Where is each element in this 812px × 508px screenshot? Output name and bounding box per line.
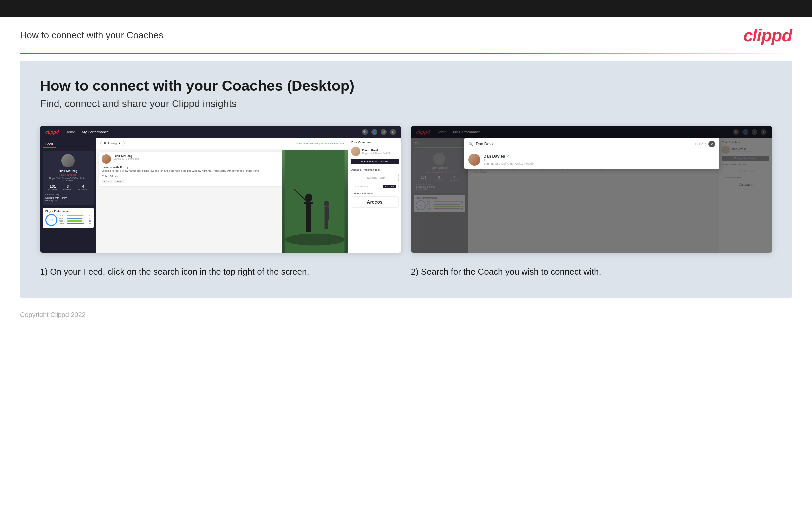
stat-followers: 3 Followers — [63, 184, 73, 190]
perf-title: Player Performance — [45, 210, 91, 213]
stat-activities: 131 Activities — [48, 184, 57, 190]
coaches-title: Your Coaches — [351, 141, 398, 144]
nav-icons: 🔍 👤 ⚙ ● — [362, 129, 396, 135]
stat-activities-label: Activities — [48, 188, 57, 190]
bar-ott: OTT 90 — [59, 215, 91, 217]
search-result-club: Sunningdale Golf Club, United Kingdom — [484, 162, 536, 165]
search-close-button[interactable]: ✕ — [708, 141, 715, 147]
stat-followers-num: 3 — [63, 184, 73, 188]
latest-activity-value: Lesson with Fordy — [45, 196, 91, 199]
perf-bars: OTT 90 APP 85 — [59, 215, 91, 225]
coach-info: David Ford Royal North Devon Golf Club — [362, 149, 392, 154]
trackman-box: Trackman Link — [351, 173, 398, 182]
app-nav-1: clippd Home My Performance 🔍 👤 ⚙ ● — [40, 126, 401, 138]
trackman-input-placeholder: Trackman Link — [353, 185, 369, 187]
search-bar: 🔍 Dan Davies CLEAR ✕ — [464, 138, 719, 151]
profile-stats: 131 Activities 3 Followers 4 Following — [45, 184, 91, 190]
feed-tab[interactable]: Feed — [43, 141, 55, 148]
perf-content: 92 OTT 90 APP — [45, 214, 91, 226]
page-subtitle: Find, connect and share your Clippd insi… — [40, 98, 772, 110]
mock-screen-1: clippd Home My Performance 🔍 👤 ⚙ ● Feed — [40, 126, 401, 253]
verified-icon: ✓ — [506, 155, 509, 158]
bar-putt: PUTT 96 — [59, 222, 91, 224]
trackman-section: Upload a Trackman Test Trackman Link Tra… — [351, 168, 398, 189]
svg-rect-5 — [306, 220, 308, 232]
profile-card: Blair McHarg Plus Handicap Royal North D… — [43, 151, 94, 205]
search-result-item[interactable]: Dan Davies ✓ Pro Sunningdale Golf Club, … — [468, 154, 715, 166]
search-input-value[interactable]: Dan Davies — [476, 142, 693, 146]
stat-activities-num: 131 — [48, 184, 57, 188]
nav-my-performance[interactable]: My Performance — [82, 130, 109, 134]
profile-club: Royal North Devon Golf Club, United King… — [45, 177, 91, 182]
latest-label: Latest Activity — [45, 193, 91, 196]
svg-rect-3 — [306, 202, 311, 220]
main-content: How to connect with your Coaches (Deskto… — [20, 61, 792, 298]
search-icon[interactable]: 🔍 — [362, 129, 368, 135]
page-breadcrumb: How to connect with your Coaches — [20, 30, 163, 41]
golf-background — [282, 150, 348, 253]
profile-name: Blair McHarg — [45, 169, 91, 173]
trackman-input: Trackman Link Add Link — [351, 184, 398, 189]
screenshot-1: clippd Home My Performance 🔍 👤 ⚙ ● Feed — [40, 126, 401, 253]
search-results: Dan Davies ✓ Pro Sunningdale Golf Club, … — [464, 151, 719, 169]
trackman-title: Upload a Trackman Test — [351, 168, 398, 171]
action-app[interactable]: APP — [114, 180, 124, 183]
add-link-button[interactable]: Add Link — [383, 185, 396, 188]
action-ott[interactable]: OTT — [102, 180, 112, 183]
golf-svg — [282, 150, 348, 253]
search-icon-overlay: 🔍 — [468, 142, 473, 146]
settings-icon[interactable]: ⚙ — [381, 129, 387, 135]
profile-handicap: Plus Handicap — [45, 173, 91, 176]
coach-item: David Ford Royal North Devon Golf Club — [351, 147, 398, 156]
bar-app: APP 85 — [59, 217, 91, 219]
quality-score: 92 — [45, 214, 57, 226]
stat-following: 4 Following — [79, 184, 88, 190]
header: How to connect with your Coaches clippd — [0, 17, 812, 53]
step-2-text: 2) Search for the Coach you wish to conn… — [411, 266, 772, 278]
search-result-avatar — [468, 154, 480, 166]
post-author-name: Blair McHarg — [114, 154, 139, 158]
post-meta: Yesterday · Sunningdale — [114, 158, 139, 160]
search-result-role: Pro — [484, 159, 536, 162]
screenshot-2: clippd Home My Performance 🔍 👤 ⚙ ● Feed — [411, 126, 772, 253]
post-author-avatar — [102, 154, 111, 164]
post-image — [282, 150, 348, 253]
app-sidebar-1: Feed Blair McHarg Plus Handicap Royal No… — [40, 138, 96, 253]
app-main-1: Following ▼ Control who can see your act… — [96, 138, 348, 253]
coach-name: David Ford — [362, 149, 392, 152]
latest-activity: Latest Activity Lesson with Fordy 03 Aug… — [45, 193, 91, 202]
app-logo-1: clippd — [45, 129, 59, 135]
search-result-name: Dan Davies ✓ — [484, 154, 536, 159]
stat-followers-label: Followers — [63, 188, 73, 190]
bar-arg: ARG 86 — [59, 220, 91, 222]
mock-screen-2: clippd Home My Performance 🔍 👤 ⚙ ● Feed — [411, 126, 772, 253]
search-result-info: Dan Davies ✓ Pro Sunningdale Golf Club, … — [484, 154, 536, 165]
clippd-logo: clippd — [743, 25, 792, 45]
player-performance: Player Performance 92 OTT 90 — [43, 208, 94, 228]
control-link[interactable]: Control who can see your activity and da… — [294, 142, 344, 145]
screenshots-row: clippd Home My Performance 🔍 👤 ⚙ ● Feed — [40, 126, 772, 253]
step-1-text: 1) On your Feed, click on the search ico… — [40, 266, 401, 278]
page-title: How to connect with your Coaches (Deskto… — [40, 78, 772, 94]
svg-rect-10 — [324, 220, 326, 229]
footer: Copyright Clippd 2022 — [0, 304, 812, 325]
latest-date: 03 Aug 2022 — [45, 199, 91, 202]
avatar-img — [61, 154, 75, 167]
arccos-logo: Arccos — [351, 196, 398, 208]
app-body-1: Feed Blair McHarg Plus Handicap Royal No… — [40, 138, 401, 253]
svg-point-1 — [285, 234, 344, 246]
coach-avatar — [351, 147, 360, 156]
header-divider — [20, 53, 792, 54]
manage-coaches-btn[interactable]: Manage Your Coaches — [351, 159, 398, 164]
following-header: Following ▼ Control who can see your act… — [96, 138, 348, 149]
following-button[interactable]: Following ▼ — [100, 141, 125, 146]
search-clear-button[interactable]: CLEAR — [695, 142, 706, 146]
svg-rect-11 — [326, 220, 328, 229]
search-overlay: 🔍 Dan Davies CLEAR ✕ Dan Davies ✓ — [464, 138, 719, 169]
connect-section: Connect your data Arccos — [351, 192, 398, 208]
nav-home[interactable]: Home — [65, 130, 75, 134]
steps-row: 1) On your Feed, click on the search ico… — [40, 266, 772, 278]
user-icon[interactable]: 👤 — [371, 129, 377, 135]
avatar-icon[interactable]: ● — [390, 129, 396, 135]
connect-title: Connect your data — [351, 192, 398, 195]
